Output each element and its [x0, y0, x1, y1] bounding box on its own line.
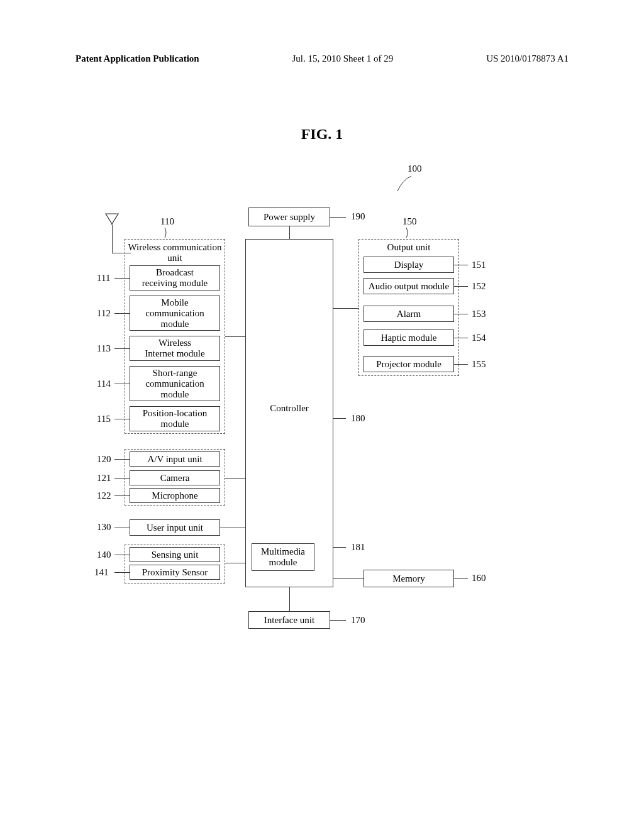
connector — [225, 563, 245, 563]
header-left: Patent Application Publication — [75, 53, 199, 64]
connector — [333, 308, 358, 309]
label-alarm: Alarm — [397, 309, 421, 319]
connector — [454, 265, 468, 265]
connector — [220, 528, 245, 528]
ref-multimedia: 181 — [351, 542, 365, 553]
header-center: Jul. 15, 2010 Sheet 1 of 29 — [292, 53, 394, 64]
connector — [333, 578, 364, 579]
lead-line — [405, 226, 413, 241]
header-right: US 2010/0178873 A1 — [486, 53, 569, 64]
ref-broadcast: 111 — [97, 273, 110, 284]
label-proximity: Proximity Sensor — [142, 567, 208, 578]
connector — [454, 578, 468, 579]
block-microphone: Microphone — [130, 488, 220, 503]
block-diagram: 100 Power supply 190 110 Wireless commun… — [88, 170, 566, 673]
block-audio: Audio output module — [364, 278, 454, 294]
connector — [114, 572, 130, 573]
block-display: Display — [364, 257, 454, 273]
ref-microphone: 122 — [97, 490, 111, 501]
block-interface: Interface unit — [248, 611, 330, 629]
label-haptic: Haptic module — [381, 333, 437, 343]
block-controller: Controller — [245, 239, 333, 587]
ref-display: 151 — [472, 260, 486, 270]
ref-user-input: 130 — [97, 522, 111, 533]
connector — [454, 364, 468, 365]
ref-position: 115 — [97, 414, 111, 424]
ref-projector: 155 — [472, 359, 486, 370]
figure-title: FIG. 1 — [301, 126, 343, 143]
ref-power: 190 — [351, 211, 365, 222]
block-av-input: A/V input unit — [130, 451, 220, 467]
label-mobile-comm: Mobile communication module — [145, 297, 204, 329]
connector — [114, 555, 130, 555]
label-microphone: Microphone — [152, 490, 197, 501]
label-broadcast: Broadcast receiving module — [142, 267, 208, 289]
page-header: Patent Application Publication Jul. 15, … — [0, 53, 644, 64]
label-projector: Projector module — [376, 359, 441, 370]
label-multimedia: Multimedia module — [261, 546, 305, 568]
ref-short-range: 114 — [97, 379, 111, 389]
label-short-range: Short-range communication module — [145, 368, 204, 400]
connector — [333, 418, 346, 419]
group-title-output: Output unit — [387, 242, 431, 253]
connector — [114, 348, 130, 349]
ref-audio: 152 — [472, 281, 486, 292]
connector — [289, 587, 290, 611]
ref-controller: 180 — [351, 413, 365, 424]
block-broadcast: Broadcast receiving module — [130, 265, 220, 290]
connector — [114, 528, 130, 528]
ref-sensing: 140 — [97, 550, 111, 560]
ref-proximity: 141 — [94, 567, 109, 578]
ref-haptic: 154 — [472, 333, 486, 343]
block-power-supply: Power supply — [248, 208, 330, 226]
connector — [114, 313, 130, 314]
block-sensing: Sensing unit — [130, 547, 220, 562]
label-user-input: User input unit — [147, 523, 203, 533]
group-title-wireless: Wireless communication unit — [128, 242, 222, 263]
lead-line — [396, 175, 415, 195]
label-camera: Camera — [160, 473, 190, 484]
connector — [454, 338, 468, 338]
label-power-supply: Power supply — [264, 212, 315, 223]
label-interface: Interface unit — [264, 615, 314, 626]
connector — [330, 217, 346, 218]
label-controller: Controller — [270, 403, 309, 414]
connector — [114, 384, 130, 384]
ref-memory: 160 — [472, 573, 486, 584]
ref-interface: 170 — [351, 615, 365, 626]
block-memory: Memory — [364, 570, 454, 587]
label-av-input: A/V input unit — [147, 454, 202, 465]
label-sensing: Sensing unit — [152, 550, 199, 560]
block-user-input: User input unit — [130, 519, 220, 536]
label-display: Display — [394, 260, 424, 270]
label-memory: Memory — [392, 573, 425, 584]
connector — [114, 495, 130, 496]
connector — [454, 286, 468, 287]
block-position-location: Position-location module — [130, 406, 220, 431]
connector — [225, 478, 245, 479]
ref-camera: 121 — [97, 473, 111, 484]
ref-wireless-unit: 110 — [160, 216, 174, 227]
block-haptic: Haptic module — [364, 329, 454, 346]
connector — [114, 459, 130, 460]
block-short-range: Short-range communication module — [130, 366, 220, 401]
block-alarm: Alarm — [364, 306, 454, 322]
connector — [114, 278, 130, 279]
label-wireless-internet: Wireless Internet module — [145, 338, 204, 359]
connector — [114, 478, 130, 479]
block-camera: Camera — [130, 470, 220, 485]
connector — [112, 225, 113, 253]
label-position: Position-location module — [143, 408, 208, 429]
block-mobile-comm: Mobile communication module — [130, 296, 220, 331]
connector — [114, 419, 130, 419]
ref-alarm: 153 — [472, 309, 486, 319]
ref-mobile-comm: 112 — [97, 308, 111, 319]
block-wireless-internet: Wireless Internet module — [130, 336, 220, 361]
connector — [330, 620, 346, 621]
antenna-icon — [104, 213, 119, 225]
block-proximity: Proximity Sensor — [130, 565, 220, 580]
ref-output-unit: 150 — [402, 216, 417, 227]
connector — [225, 336, 245, 337]
connector — [454, 314, 468, 314]
block-multimedia: Multimedia module — [252, 543, 314, 571]
